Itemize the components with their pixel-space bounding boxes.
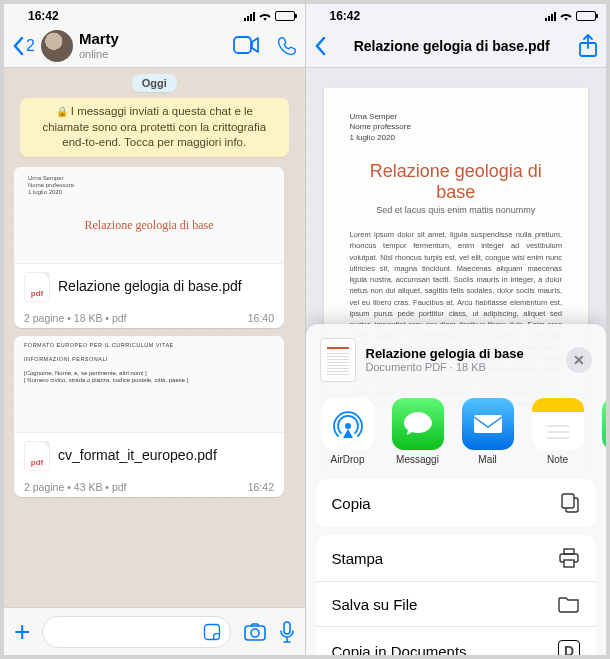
back-button[interactable] [314, 36, 326, 56]
share-subtitle: Documento PDF · 18 KB [366, 361, 557, 374]
share-title: Relazione gelogia di base [366, 346, 557, 362]
svg-rect-0 [234, 37, 251, 53]
encryption-notice[interactable]: 🔒 I messaggi inviati a questa chat e le … [20, 98, 289, 157]
video-call-button[interactable] [233, 36, 259, 54]
action-save-to-files[interactable]: Salva su File [316, 582, 597, 627]
back-count: 2 [26, 37, 35, 55]
status-indicators [244, 11, 295, 21]
message-time: 16:42 [248, 481, 274, 493]
whatsapp-icon [602, 398, 607, 450]
share-actions-group-2: Stampa Salva su File Copia in Documents … [316, 535, 597, 655]
svg-rect-14 [564, 549, 574, 554]
contact-avatar[interactable] [41, 30, 73, 62]
svg-point-6 [345, 423, 351, 429]
share-app-messages[interactable]: Messaggi [390, 398, 446, 465]
share-app-mail[interactable]: Mail [460, 398, 516, 465]
status-time: 16:42 [28, 9, 59, 23]
chevron-left-icon [314, 36, 326, 56]
action-copy-to-documents[interactable]: Copia in Documents D [316, 627, 597, 655]
status-time: 16:42 [330, 9, 361, 23]
chat-body[interactable]: Oggi 🔒 I messaggi inviati a questa chat … [4, 68, 305, 607]
document-message-2[interactable]: FORMATO EUROPEO PER IL CURRICULUM VITAE … [14, 336, 284, 497]
viewer-nav-bar: Relazione gelogia di base.pdf [306, 24, 607, 68]
sticker-icon[interactable] [202, 622, 222, 642]
share-app-row[interactable]: AirDrop Messaggi Mail Note [306, 394, 607, 471]
contact-info[interactable]: Marty online [79, 31, 227, 60]
contact-name: Marty [79, 31, 227, 48]
action-copy[interactable]: Copia [316, 479, 597, 527]
camera-button[interactable] [243, 622, 267, 642]
document-filename: cv_format_it_europeo.pdf [58, 447, 274, 464]
notes-icon [532, 398, 584, 450]
battery-icon [576, 11, 596, 21]
wifi-icon [559, 11, 573, 21]
svg-point-3 [251, 629, 259, 637]
message-time: 16:40 [248, 312, 274, 324]
pdf-icon: pdf [24, 272, 50, 302]
attach-button[interactable]: + [14, 616, 30, 648]
status-indicators [545, 11, 596, 21]
pdf-icon: pdf [24, 441, 50, 471]
status-bar: 16:42 [306, 4, 607, 24]
share-close-button[interactable]: ✕ [566, 347, 592, 373]
chat-nav-bar: 2 Marty online [4, 24, 305, 68]
back-button[interactable]: 2 [12, 36, 35, 56]
messages-icon [392, 398, 444, 450]
contact-status: online [79, 48, 227, 60]
microphone-button[interactable] [279, 621, 295, 643]
share-button[interactable] [578, 34, 598, 58]
document-message-1[interactable]: Urna Semper Nome professore 1 luglio 202… [14, 167, 284, 328]
airdrop-icon [322, 398, 374, 450]
svg-rect-4 [284, 622, 290, 634]
action-print[interactable]: Stampa [316, 535, 597, 582]
status-bar: 16:42 [4, 4, 305, 24]
share-sheet: Relazione gelogia di base Documento PDF … [306, 324, 607, 655]
cellular-icon [545, 11, 556, 21]
share-app-more[interactable] [600, 398, 607, 465]
svg-rect-2 [245, 626, 265, 640]
folder-icon [558, 595, 580, 613]
mail-icon [462, 398, 514, 450]
share-app-airdrop[interactable]: AirDrop [320, 398, 376, 465]
wifi-icon [258, 11, 272, 21]
lock-icon: 🔒 [56, 106, 68, 117]
svg-rect-1 [204, 624, 219, 639]
document-preview: Urna Semper Nome professore 1 luglio 202… [14, 167, 284, 263]
document-filename: Relazione gelogia di base.pdf [58, 278, 274, 295]
battery-icon [275, 11, 295, 21]
document-preview: FORMATO EUROPEO PER IL CURRICULUM VITAE … [14, 336, 284, 432]
message-input[interactable] [42, 616, 230, 648]
viewer-title: Relazione gelogia di base.pdf [332, 38, 573, 54]
document-meta: 2 pagine • 43 KB • pdf [24, 481, 127, 493]
date-chip: Oggi [132, 74, 177, 92]
svg-rect-12 [562, 494, 574, 508]
whatsapp-chat-screen: 16:42 2 Marty online Oggi [4, 4, 306, 655]
share-thumbnail [320, 338, 356, 382]
documents-app-icon: D [558, 640, 580, 655]
share-actions-group-1: Copia [316, 479, 597, 527]
document-meta: 2 pagine • 18 KB • pdf [24, 312, 127, 324]
svg-rect-7 [474, 415, 502, 433]
chevron-left-icon [12, 36, 24, 56]
printer-icon [558, 548, 580, 568]
voice-call-button[interactable] [277, 36, 297, 56]
message-composer: + [4, 607, 305, 655]
document-viewer-screen: 16:42 Relazione gelogia di base.pdf Urna… [306, 4, 607, 655]
cellular-icon [244, 11, 255, 21]
share-app-notes[interactable]: Note [530, 398, 586, 465]
svg-rect-15 [564, 560, 574, 567]
copy-icon [560, 492, 580, 514]
